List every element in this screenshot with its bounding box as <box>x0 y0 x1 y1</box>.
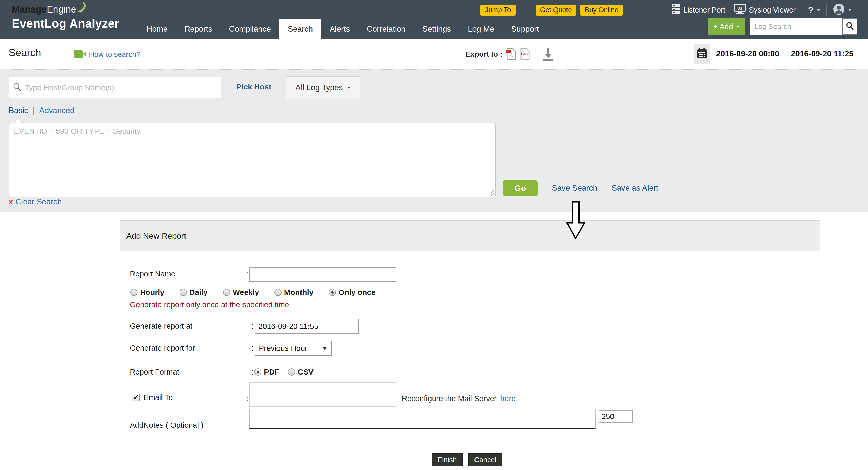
listener-port-icon <box>672 4 680 16</box>
cancel-button[interactable]: Cancel <box>468 454 502 466</box>
search-actions-row: Go Save Search Save as Alert <box>503 180 658 196</box>
nav-home[interactable]: Home <box>138 20 176 39</box>
save-search-link[interactable]: Save Search <box>552 183 597 193</box>
brand-swoosh-icon <box>76 1 87 15</box>
notes-char-counter[interactable] <box>599 410 633 423</box>
divider <box>826 4 827 15</box>
email-to-checkbox[interactable] <box>132 394 140 401</box>
radio-icon[interactable] <box>254 368 261 375</box>
date-range-values: 2016-09-20 00:00 2016-09-20 11:25 <box>710 44 860 64</box>
log-types-dropdown[interactable]: All Log Types <box>286 76 360 99</box>
email-to-label: Email To <box>144 393 173 402</box>
buy-online-button[interactable]: Buy Online <box>580 5 623 15</box>
help-icon: ? <box>808 5 813 15</box>
how-to-search-link[interactable]: How to search? <box>73 49 141 59</box>
nav-settings[interactable]: Settings <box>414 20 459 39</box>
nav-support[interactable]: Support <box>503 20 547 39</box>
download-icon[interactable] <box>542 47 554 61</box>
schedule-option-daily[interactable]: Daily <box>180 288 208 297</box>
schedule-option-hourly[interactable]: Hourly <box>130 288 164 297</box>
chevron-down-icon: ▼ <box>322 345 328 352</box>
user-menu-button[interactable] <box>833 3 851 17</box>
radio-label: CSV <box>298 368 313 376</box>
nav-reports[interactable]: Reports <box>176 20 221 39</box>
syslog-viewer-button[interactable]: 01 Syslog Viewer <box>734 4 796 16</box>
user-avatar-icon <box>833 3 845 17</box>
nav-correlation[interactable]: Correlation <box>358 20 414 39</box>
generate-for-label: Generate report for <box>130 344 195 352</box>
colon: : <box>252 344 254 352</box>
header-utility-bar: Jump To Get Quote Buy Online <box>480 2 851 18</box>
chevron-down-icon <box>817 9 820 11</box>
schedule-radio-group: Hourly Daily Weekly Monthly Only once <box>130 288 376 297</box>
brand-engine: Engine <box>47 4 76 15</box>
format-option-pdf[interactable]: PDF <box>254 368 279 376</box>
radio-icon[interactable] <box>329 289 336 296</box>
radio-label: Weekly <box>233 288 259 297</box>
export-csv-icon[interactable]: CSV <box>520 48 530 60</box>
report-name-input[interactable] <box>249 267 396 282</box>
clear-x-icon[interactable]: x <box>9 198 13 206</box>
nav-compliance[interactable]: Compliance <box>220 20 279 39</box>
nav-search[interactable]: Search <box>279 20 321 39</box>
add-button-label: + Add <box>713 22 733 31</box>
mail-server-note: Reconfigure the Mail Serverhere <box>402 394 516 403</box>
listener-port-label: Listener Port <box>683 6 725 14</box>
jump-to-button[interactable]: Jump To <box>480 5 516 15</box>
export-group: Export to : CSV <box>466 47 554 61</box>
date-end[interactable]: 2016-09-20 11:25 <box>791 49 854 59</box>
export-label: Export to : <box>466 50 503 59</box>
add-button[interactable]: + Add <box>708 19 745 35</box>
chevron-down-icon <box>347 87 350 89</box>
add-notes-textarea[interactable] <box>249 409 596 429</box>
radio-label: Daily <box>189 288 208 297</box>
advanced-mode-link[interactable]: Advanced <box>39 106 74 115</box>
host-search-field <box>9 77 221 98</box>
schedule-note: Generate report only once at the specifi… <box>130 300 289 309</box>
page-title: Search <box>9 47 41 59</box>
mail-server-here-link[interactable]: here <box>500 394 516 403</box>
schedule-option-monthly[interactable]: Monthly <box>274 288 313 297</box>
get-quote-button[interactable]: Get Quote <box>535 5 577 15</box>
pick-host-link[interactable]: Pick Host <box>236 82 271 91</box>
nav-log-me[interactable]: Log Me <box>459 20 503 39</box>
log-search-input[interactable] <box>750 19 842 35</box>
search-query-textarea[interactable] <box>9 123 496 197</box>
format-option-csv[interactable]: CSV <box>288 368 313 376</box>
date-start[interactable]: 2016-09-20 00:00 <box>716 49 779 59</box>
finish-button[interactable]: Finish <box>432 454 463 466</box>
generate-for-select[interactable]: Previous Hour ▼ <box>255 341 332 356</box>
basic-mode-link[interactable]: Basic <box>9 106 28 115</box>
clear-search-link[interactable]: Clear Search <box>16 197 62 206</box>
email-to-input[interactable] <box>249 382 396 407</box>
host-group-input[interactable] <box>25 83 217 92</box>
radio-icon[interactable] <box>288 368 295 375</box>
brand-logo: ManageEngine EventLog Analyzer <box>12 4 119 30</box>
search-filter-area: Pick Host All Log Types Basic | Advanced… <box>0 69 868 212</box>
video-icon <box>73 49 86 59</box>
help-menu-button[interactable]: ? <box>808 5 820 15</box>
brand-product: EventLog Analyzer <box>12 16 119 30</box>
listener-port-button[interactable]: Listener Port <box>672 4 725 16</box>
export-pdf-icon[interactable] <box>506 48 517 60</box>
nav-alerts[interactable]: Alerts <box>321 20 358 39</box>
mail-note-text: Reconfigure the Mail Server <box>402 394 497 403</box>
clear-search-row: x Clear Search <box>9 197 62 206</box>
generate-at-input[interactable] <box>255 318 359 334</box>
log-search-button[interactable] <box>842 19 857 35</box>
save-as-alert-link[interactable]: Save as Alert <box>612 183 658 193</box>
radio-icon[interactable] <box>130 289 137 296</box>
go-button[interactable]: Go <box>503 180 537 196</box>
schedule-option-weekly[interactable]: Weekly <box>223 288 259 297</box>
radio-label: Monthly <box>284 288 313 297</box>
colon: : <box>252 368 254 376</box>
calendar-button[interactable] <box>694 44 710 64</box>
email-to-row: Email To <box>132 393 173 402</box>
schedule-option-only-once[interactable]: Only once <box>329 288 376 297</box>
radio-icon[interactable] <box>274 289 282 296</box>
add-new-report-header: Add New Report <box>120 220 820 251</box>
chevron-down-icon <box>848 9 851 11</box>
radio-icon[interactable] <box>223 289 230 296</box>
mode-separator: | <box>33 106 35 115</box>
radio-icon[interactable] <box>180 289 187 296</box>
